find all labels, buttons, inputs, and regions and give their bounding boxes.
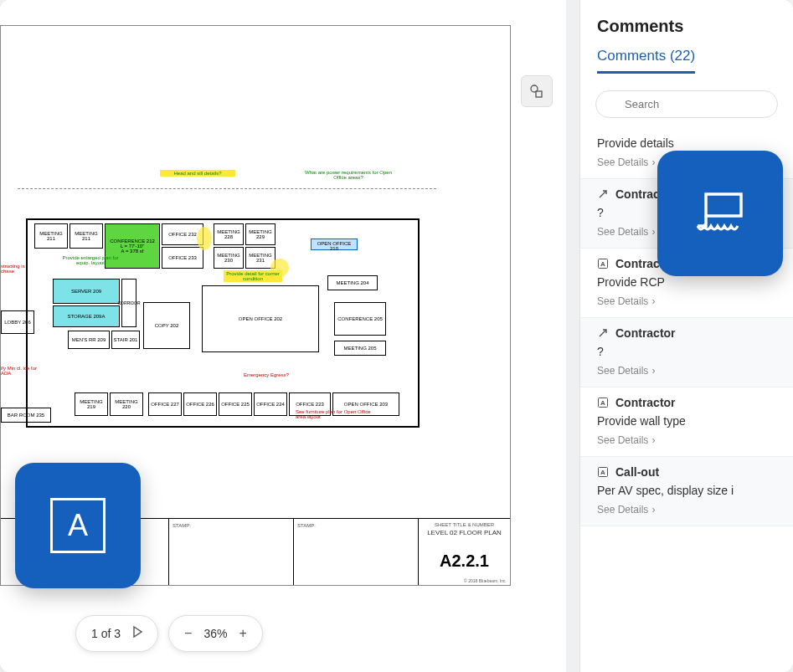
arrow-icon xyxy=(597,327,609,339)
comment-header: Contractor xyxy=(597,326,776,340)
copyright: © 2018 Bluebeam, Inc. xyxy=(464,578,507,583)
arrow-icon xyxy=(597,188,609,200)
room-bar-235: BAR ROOM 235 xyxy=(1,408,51,423)
comment-text: Provide RCP xyxy=(597,275,776,289)
room-copy-202: COPY 202 xyxy=(143,302,190,349)
sheet-title: LEVEL 02 FLOOR PLAN xyxy=(422,529,507,536)
page-indicator: 1 of 3 xyxy=(91,627,121,640)
tb-stamp2: STAMP: xyxy=(293,519,418,585)
room-meeting-228: MEETING 228 xyxy=(214,223,244,245)
tab-comments[interactable]: Comments (22) xyxy=(597,48,695,74)
comment-item[interactable]: A Contractor Provide wall type See Detai… xyxy=(580,387,793,457)
sheet-number: A2.2.1 xyxy=(422,551,507,571)
room-storage-209a: STORAGE 209A xyxy=(53,305,120,327)
chevron-right-icon: › xyxy=(651,295,655,307)
app-container: MEETING 211 MEETING 211 CONFERENCE 212 L… xyxy=(0,0,793,672)
room-meeting-211b: MEETING 211 xyxy=(70,223,103,249)
callout-open-office: OPEN OFFICE 210 xyxy=(311,239,358,250)
sidebar-gap xyxy=(566,0,579,672)
stamp-label: STAMP: xyxy=(297,523,316,528)
text-a-icon: A xyxy=(597,466,609,478)
zoom-level: 36% xyxy=(203,627,227,640)
floor-plan: MEETING 211 MEETING 211 CONFERENCE 212 L… xyxy=(1,193,470,461)
svg-rect-10 xyxy=(706,194,741,216)
comment-author: Call-out xyxy=(615,465,659,479)
sheet-label: SHEET TITLE & NUMBER xyxy=(422,522,507,527)
shapes-tool-button[interactable] xyxy=(521,75,553,107)
highlight-marker xyxy=(197,227,212,250)
room-server-209: SERVER 209 xyxy=(53,279,120,304)
text-a-icon: A xyxy=(597,258,609,269)
chevron-right-icon: › xyxy=(651,156,655,168)
room-conference-205: CONFERENCE 205 xyxy=(334,302,386,336)
chevron-right-icon: › xyxy=(651,434,655,446)
chevron-right-icon: › xyxy=(651,226,655,238)
comment-header: A Call-out xyxy=(597,465,776,479)
comment-text: Provide wall type xyxy=(597,414,776,428)
comments-panel: Comments Comments (22) Provide details S… xyxy=(579,0,793,672)
shapes-icon xyxy=(529,84,544,99)
svg-text:A: A xyxy=(600,399,605,407)
room-office-233: OFFICE 233 xyxy=(162,247,203,269)
room-office-227: OFFICE 227 xyxy=(148,392,182,416)
annotation-chase: structing is chase xyxy=(1,264,34,274)
room-mens-rr: MEN'S RR 209 xyxy=(68,331,110,349)
room-meeting-229: MEETING 229 xyxy=(245,223,275,245)
room-meeting-204: MEETING 204 xyxy=(327,275,378,290)
room-office-225: OFFICE 225 xyxy=(219,392,252,416)
room-open-office-202: OPEN OFFICE 202 xyxy=(202,285,319,352)
annotation-egress: Emergency Egress? xyxy=(244,372,289,377)
room-office-224: OFFICE 224 xyxy=(254,392,287,416)
annotation-corner: Provide detail for corner condition xyxy=(224,270,282,282)
room-meeting-220: MEETING 220 xyxy=(110,392,143,416)
text-a-icon: A xyxy=(50,498,106,553)
comments-title: Comments xyxy=(580,17,793,48)
svg-rect-1 xyxy=(536,91,542,97)
comment-item[interactable]: A Call-out Per AV spec, display size i S… xyxy=(580,457,793,526)
cloud-callout-icon xyxy=(686,184,754,243)
annotation-enlarged: Provide enlarged plan for equip. layout xyxy=(61,255,120,265)
comment-text: Provide details xyxy=(597,136,776,150)
annotation-ada: ify Min cl. ice for ADA xyxy=(1,366,43,376)
annotation-furniture: See furniture plan for Open Office area … xyxy=(296,409,371,419)
comment-author: Contractor xyxy=(615,396,676,409)
svg-text:A: A xyxy=(600,469,605,476)
text-a-icon: A xyxy=(597,397,609,408)
zoom-out-button[interactable]: − xyxy=(184,626,192,641)
stamp-label: STAMP: xyxy=(173,523,191,528)
comment-header: A Contractor xyxy=(597,396,776,409)
viewer-controls: 1 of 3 − 36% + xyxy=(75,615,263,652)
zoom-in-button[interactable]: + xyxy=(239,626,246,641)
chevron-right-icon: › xyxy=(651,365,655,377)
see-details-link[interactable]: See Details › xyxy=(597,365,776,377)
zoom-pill: − 36% + xyxy=(168,615,263,652)
comment-text: ? xyxy=(597,345,776,358)
page-nav-pill: 1 of 3 xyxy=(75,615,158,652)
room-stair-201: STAIR 201 xyxy=(111,331,140,349)
room-lobby-206: LOBBY 206 xyxy=(1,310,34,334)
annotation-head-sill: Head and sill details? xyxy=(160,170,235,177)
next-page-button[interactable] xyxy=(132,626,142,641)
tb-sheet-info: SHEET TITLE & NUMBER LEVEL 02 FLOOR PLAN… xyxy=(418,519,510,585)
comments-tabs: Comments (22) xyxy=(580,48,793,82)
room-meeting-230: MEETING 230 xyxy=(214,247,244,269)
room-office-226: OFFICE 226 xyxy=(183,392,217,416)
room-meeting-211: MEETING 211 xyxy=(34,223,68,249)
room-area: A = 378 sf xyxy=(121,249,144,254)
see-details-link[interactable]: See Details › xyxy=(597,504,776,516)
search-wrap xyxy=(580,82,793,123)
chevron-right-icon: › xyxy=(651,504,655,516)
comment-author: Contractor xyxy=(615,326,676,340)
search-input[interactable] xyxy=(595,90,778,118)
floating-badge-cloud-tool[interactable] xyxy=(657,151,783,276)
see-details-link[interactable]: See Details › xyxy=(597,295,776,307)
play-icon xyxy=(132,626,142,638)
svg-text:A: A xyxy=(600,260,605,268)
dimension-line xyxy=(18,188,436,189)
room-meeting-219: MEETING 219 xyxy=(75,392,108,416)
see-details-link[interactable]: See Details › xyxy=(597,434,776,446)
room-meeting-205: MEETING 205 xyxy=(334,341,386,356)
room-corridor: CORRIDOR xyxy=(121,279,136,327)
floating-badge-text-tool[interactable]: A xyxy=(15,463,141,588)
comment-item[interactable]: Contractor ? See Details › xyxy=(580,318,793,387)
